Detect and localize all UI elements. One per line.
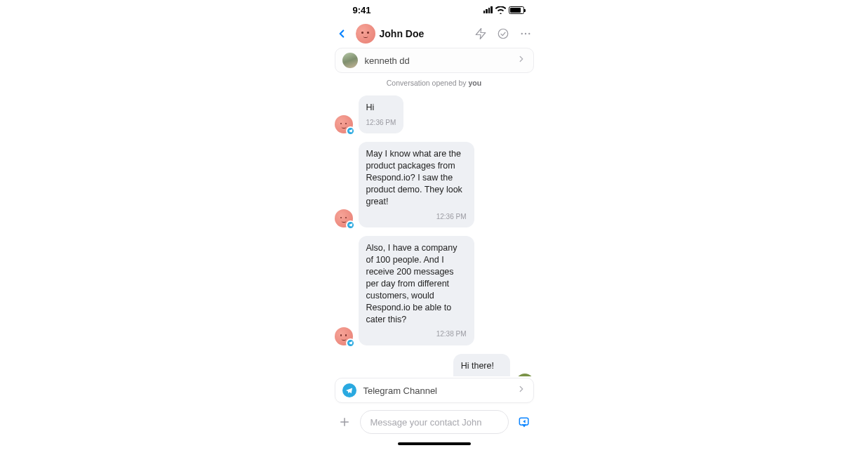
phone-frame: 9:41 John Doe — [329, 0, 540, 449]
svg-point-3 — [524, 33, 526, 34]
message-text: Hi — [366, 102, 396, 114]
svg-marker-0 — [476, 29, 486, 39]
contact-secondary-name: kenneth dd — [365, 55, 509, 66]
message-input-wrap — [360, 410, 509, 434]
wifi-icon — [495, 6, 506, 14]
contact-name[interactable]: John Doe — [380, 28, 469, 39]
home-indicator[interactable] — [398, 442, 471, 445]
send-button[interactable] — [516, 414, 533, 430]
check-circle-icon[interactable] — [496, 27, 510, 41]
status-time: 9:41 — [353, 5, 371, 15]
message-time: 12:36 PM — [366, 212, 467, 222]
back-button[interactable] — [332, 24, 352, 44]
message-input[interactable] — [370, 417, 498, 428]
contact-avatar[interactable] — [356, 24, 375, 44]
agent-avatar[interactable]: W — [516, 374, 534, 376]
telegram-badge-icon — [346, 220, 355, 230]
composer — [329, 406, 540, 437]
message-text: May I know what are the product packages… — [366, 148, 467, 207]
message-row: Hi there! 12:38 PM W — [335, 354, 534, 376]
message-row: Also, I have a company of 100 people. An… — [335, 236, 534, 345]
message-row: May I know what are the product packages… — [335, 142, 534, 228]
messages-area[interactable]: Conversation opened by you Hi 12:36 PM — [329, 73, 540, 376]
channel-selector[interactable]: Telegram Channel — [335, 378, 534, 403]
message-time: 12:36 PM — [366, 118, 396, 128]
message-bubble[interactable]: Also, I have a company of 100 people. An… — [359, 236, 474, 345]
message-time: 12:38 PM — [366, 329, 467, 339]
conversation-opened-line: Conversation opened by you — [335, 79, 534, 87]
contact-secondary-avatar — [342, 53, 358, 68]
svg-point-4 — [528, 33, 530, 34]
chevron-right-icon — [516, 384, 526, 397]
telegram-icon — [342, 383, 356, 397]
telegram-badge-icon — [346, 338, 355, 348]
telegram-badge-icon — [346, 126, 355, 136]
status-bar: 9:41 — [329, 0, 540, 20]
svg-point-2 — [521, 33, 522, 34]
message-text: Also, I have a company of 100 people. An… — [366, 242, 467, 325]
channel-label: Telegram Channel — [363, 385, 509, 396]
message-bubble[interactable]: May I know what are the product packages… — [359, 142, 474, 228]
contact-pill[interactable]: kenneth dd — [335, 48, 534, 73]
message-avatar[interactable] — [335, 209, 353, 228]
more-icon[interactable] — [519, 27, 533, 41]
agent-avatar-initial: W — [516, 374, 534, 376]
message-text: Hi there! — [461, 360, 502, 372]
opened-actor: you — [469, 79, 482, 87]
cellular-signal-icon — [483, 6, 493, 13]
message-bubble[interactable]: Hi 12:36 PM — [359, 95, 404, 133]
header-actions — [474, 27, 533, 41]
chat-header: John Doe — [329, 20, 540, 48]
battery-icon — [509, 6, 524, 14]
bolt-icon[interactable] — [474, 27, 488, 41]
chevron-right-icon — [516, 54, 526, 67]
svg-point-1 — [498, 29, 508, 39]
message-bubble[interactable]: Hi there! 12:38 PM — [453, 354, 510, 376]
message-avatar[interactable] — [335, 115, 353, 133]
message-row: Hi 12:36 PM — [335, 95, 534, 133]
status-indicators — [483, 6, 524, 14]
attach-button[interactable] — [336, 414, 353, 430]
svg-marker-8 — [521, 424, 526, 427]
opened-prefix: Conversation opened by — [387, 79, 469, 87]
message-avatar[interactable] — [335, 327, 353, 345]
